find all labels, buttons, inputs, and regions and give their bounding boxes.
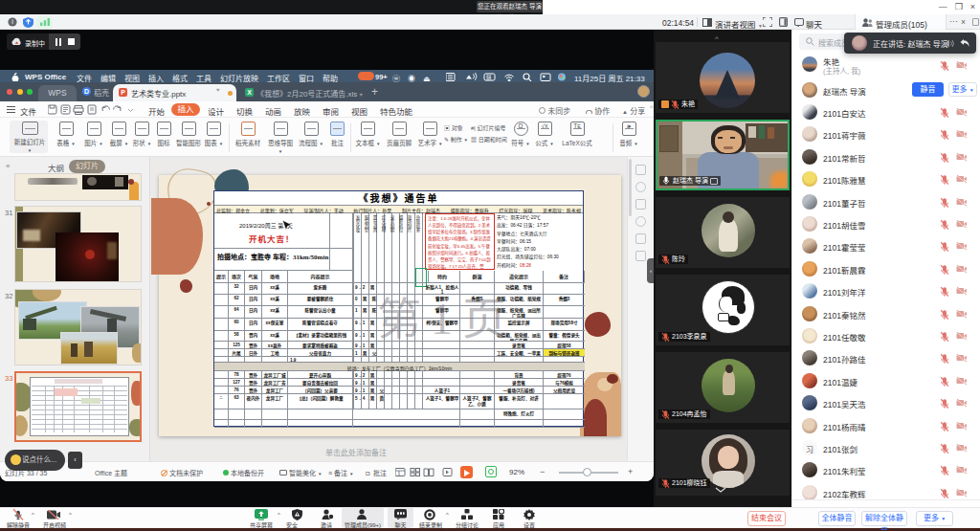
svg-text:拼: 拼 — [486, 74, 492, 81]
